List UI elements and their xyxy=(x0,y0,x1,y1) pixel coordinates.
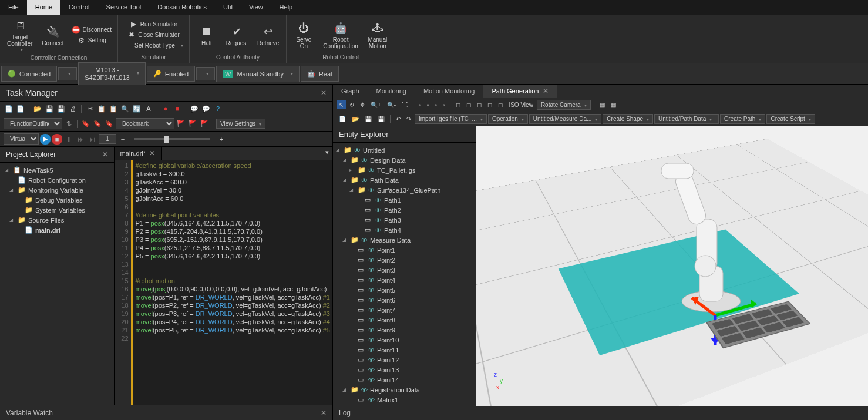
visibility-icon[interactable]: 👁 xyxy=(354,147,361,154)
rotate-camera[interactable]: Rotate Camera xyxy=(537,100,591,110)
speed-slider[interactable] xyxy=(134,138,210,140)
cut-icon[interactable]: ✂ xyxy=(85,103,95,114)
visibility-icon[interactable]: 👁 xyxy=(368,257,375,264)
entity-node[interactable]: ▭👁 Point5 xyxy=(335,285,473,295)
entity-node[interactable]: ▭👁 Point9 xyxy=(335,325,473,335)
tab-dropdown-icon[interactable]: ▾ xyxy=(322,147,332,157)
entity-node[interactable]: ▭👁 Point8 xyxy=(335,315,473,325)
enabled-dropdown[interactable] xyxy=(196,67,215,80)
code-lines[interactable]: #define global variable/acceration speed… xyxy=(133,160,332,405)
zoom-in-icon[interactable]: 🔍+ xyxy=(368,100,383,109)
import-iges[interactable]: Import Iges file (TC_... xyxy=(415,114,487,124)
cycle-input[interactable] xyxy=(99,134,116,144)
visibility-icon[interactable]: 👁 xyxy=(368,167,375,174)
visibility-icon[interactable]: 👁 xyxy=(368,377,375,384)
tab-motion-monitoring[interactable]: Motion Monitoring xyxy=(415,85,483,98)
robot-model[interactable]: M1013 - S4Z0F9-M1013 xyxy=(78,62,145,85)
entity-node[interactable]: ▭👁 Point11 xyxy=(335,345,473,355)
visibility-icon[interactable]: 👁 xyxy=(368,367,375,374)
tree-node[interactable]: 📁Debug Variables xyxy=(2,195,112,205)
menu-help[interactable]: Help xyxy=(271,0,301,15)
visibility-icon[interactable]: 👁 xyxy=(368,287,375,294)
menu-control[interactable]: Control xyxy=(60,0,97,15)
pan-icon[interactable]: ✥ xyxy=(358,100,367,109)
halt[interactable]: ⏹Halt xyxy=(193,22,220,48)
bookmark-select[interactable]: Bookmark xyxy=(116,118,174,129)
font-icon[interactable]: A xyxy=(143,103,154,114)
set-robot-type[interactable]: Set Robot Type xyxy=(122,40,186,51)
visibility-icon[interactable]: 👁 xyxy=(361,237,368,244)
v5-icon[interactable]: ◻ xyxy=(453,100,463,109)
visibility-icon[interactable]: 👁 xyxy=(368,267,375,274)
bm1-icon[interactable]: 🔖 xyxy=(80,119,91,129)
minus-icon[interactable]: − xyxy=(117,134,128,145)
tree-node[interactable]: 📁System Variables xyxy=(2,205,112,215)
connected-status[interactable]: 🟢Connected xyxy=(1,66,57,82)
v6-icon[interactable]: ◻ xyxy=(464,100,473,109)
pt-new-icon[interactable]: 📄 xyxy=(337,115,348,123)
entity-node[interactable]: ▭👁 Point6 xyxy=(335,295,473,305)
view-settings[interactable]: View Settings xyxy=(216,119,265,129)
3d-viewport[interactable]: zyx xyxy=(476,126,868,406)
entity-node[interactable]: ▭👁 Path2 xyxy=(335,205,473,215)
close-icon[interactable]: ✕ xyxy=(543,87,549,95)
connect[interactable]: 🔌Connect xyxy=(38,22,67,48)
undo-icon[interactable]: ↶ xyxy=(393,115,403,123)
visibility-icon[interactable]: 👁 xyxy=(368,297,375,304)
v3-icon[interactable]: ▫ xyxy=(432,100,439,109)
play-icon[interactable]: ▶ xyxy=(40,134,51,145)
entity-node[interactable]: ◢📁👁 Registration Data xyxy=(335,385,473,395)
cursor-icon[interactable]: ↖ xyxy=(337,100,346,109)
pt-saveas-icon[interactable]: 💾 xyxy=(375,115,387,123)
visibility-icon[interactable]: 👁 xyxy=(368,247,375,254)
grid2-icon[interactable]: ▦ xyxy=(608,100,618,109)
code-area[interactable]: 12345678910111213141516171819202122 #def… xyxy=(115,160,332,405)
record-icon[interactable]: ● xyxy=(160,103,171,114)
tree-node[interactable]: 📄Robot Configuration xyxy=(2,175,112,185)
v4-icon[interactable]: ▫ xyxy=(440,100,448,109)
entity-node[interactable]: ▭👁 Point10 xyxy=(335,335,473,345)
setting[interactable]: ⚙Setting xyxy=(70,35,114,46)
close-icon[interactable]: ✕ xyxy=(321,409,327,417)
entity-node[interactable]: ◢📁👁 Design Data xyxy=(335,155,473,165)
visibility-icon[interactable]: 👁 xyxy=(368,277,375,284)
v1-icon[interactable]: ▫ xyxy=(416,100,423,109)
menu-home[interactable]: Home xyxy=(27,0,60,15)
sort-icon[interactable]: ⇅ xyxy=(63,119,74,129)
visibility-icon[interactable]: 👁 xyxy=(361,387,368,394)
entity-node[interactable]: ▭👁 Path4 xyxy=(335,225,473,235)
entity-node[interactable]: ◢📁👁 Untitled xyxy=(335,145,473,155)
v9-icon[interactable]: ◻ xyxy=(496,100,505,109)
entity-node[interactable]: ▭👁 Path1 xyxy=(335,195,473,205)
tree-node[interactable]: ◢📁Source Files xyxy=(2,215,112,225)
flag2-icon[interactable]: 🚩 xyxy=(187,119,198,129)
connected-dropdown[interactable] xyxy=(58,67,77,80)
manual-standby[interactable]: WManual Standby xyxy=(216,66,300,82)
tree-root[interactable]: ◢📋NewTask5 xyxy=(2,165,112,175)
entity-node[interactable]: ▭👁 Point1 xyxy=(335,245,473,255)
retrieve[interactable]: ↩Retrieve xyxy=(254,22,282,48)
close-simulator[interactable]: ✖Close Simulator xyxy=(122,29,186,40)
entity-node[interactable]: ◢📁👁 Measure Data xyxy=(335,235,473,245)
run-simulator[interactable]: ▶Run Simulator xyxy=(122,19,186,29)
print-icon[interactable]: 🖨 xyxy=(68,103,78,114)
create-script[interactable]: Create Script xyxy=(766,114,815,124)
visibility-icon[interactable]: 👁 xyxy=(368,397,375,404)
rotate-icon[interactable]: ↻ xyxy=(347,100,356,109)
stop-record-icon[interactable]: ■ xyxy=(172,103,183,114)
grid-icon[interactable]: ▦ xyxy=(597,100,607,109)
step2-icon[interactable]: ⏯ xyxy=(87,134,97,145)
visibility-icon[interactable]: 👁 xyxy=(375,197,382,204)
entity-node[interactable]: ▭👁 Point13 xyxy=(335,365,473,375)
visibility-icon[interactable]: 👁 xyxy=(368,337,375,344)
path-data-select[interactable]: Untitled/Path Data xyxy=(654,114,719,124)
redo-icon[interactable]: ↷ xyxy=(404,115,413,123)
create-path[interactable]: Create Path xyxy=(720,114,765,124)
entity-node[interactable]: ▭👁 Point12 xyxy=(335,355,473,365)
open-icon[interactable]: 📂 xyxy=(32,103,43,114)
operation-select[interactable]: Operation xyxy=(488,114,528,124)
visibility-icon[interactable]: 👁 xyxy=(368,327,375,334)
save-all-icon[interactable]: 💾 xyxy=(56,103,66,114)
entity-node[interactable]: ◢📁👁 Path Data xyxy=(335,175,473,185)
editor-tab-main[interactable]: main.drl*✕ xyxy=(115,147,162,160)
